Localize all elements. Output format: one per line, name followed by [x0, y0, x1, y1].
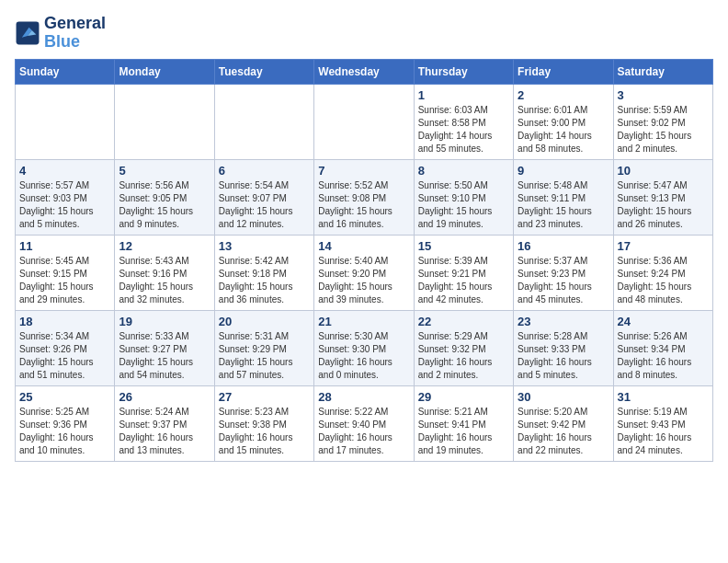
day-info: Sunrise: 5:20 AMSunset: 9:42 PMDaylight:… [518, 406, 609, 457]
day-number: 6 [219, 164, 310, 178]
day-info: Sunrise: 5:47 AMSunset: 9:13 PMDaylight:… [618, 179, 709, 231]
calendar-cell: 6Sunrise: 5:54 AMSunset: 9:07 PMDaylight… [214, 159, 313, 235]
day-number: 25 [19, 390, 110, 404]
calendar-cell: 1Sunrise: 6:03 AMSunset: 8:58 PMDaylight… [414, 84, 513, 159]
calendar-table: SundayMondayTuesdayWednesdayThursdayFrid… [15, 59, 713, 462]
calendar-cell: 14Sunrise: 5:40 AMSunset: 9:20 PMDayligh… [314, 235, 414, 310]
logo-text: General Blue [44, 15, 106, 52]
day-number: 26 [119, 390, 210, 404]
calendar-cell: 9Sunrise: 5:48 AMSunset: 9:11 PMDaylight… [514, 159, 613, 235]
day-info: Sunrise: 5:40 AMSunset: 9:20 PMDaylight:… [318, 255, 409, 306]
calendar-cell: 16Sunrise: 5:37 AMSunset: 9:23 PMDayligh… [514, 235, 613, 310]
day-number: 28 [318, 390, 409, 404]
calendar-cell: 30Sunrise: 5:20 AMSunset: 9:42 PMDayligh… [514, 385, 613, 461]
calendar-cell: 20Sunrise: 5:31 AMSunset: 9:29 PMDayligh… [214, 310, 313, 385]
day-info: Sunrise: 5:33 AMSunset: 9:27 PMDaylight:… [119, 330, 210, 382]
calendar-cell [16, 84, 115, 159]
day-number: 30 [518, 390, 609, 404]
calendar-cell: 26Sunrise: 5:24 AMSunset: 9:37 PMDayligh… [115, 385, 214, 461]
day-info: Sunrise: 5:56 AMSunset: 9:05 PMDaylight:… [119, 179, 210, 231]
day-number: 21 [318, 315, 409, 328]
calendar-cell: 13Sunrise: 5:42 AMSunset: 9:18 PMDayligh… [214, 235, 313, 310]
day-number: 29 [418, 390, 509, 404]
day-info: Sunrise: 5:29 AMSunset: 9:32 PMDaylight:… [418, 330, 509, 382]
day-number: 20 [219, 315, 310, 328]
day-info: Sunrise: 5:42 AMSunset: 9:18 PMDaylight:… [219, 255, 310, 306]
day-info: Sunrise: 5:39 AMSunset: 9:21 PMDaylight:… [418, 255, 509, 306]
calendar-cell: 22Sunrise: 5:29 AMSunset: 9:32 PMDayligh… [414, 310, 513, 385]
day-info: Sunrise: 5:26 AMSunset: 9:34 PMDaylight:… [618, 330, 709, 382]
day-number: 11 [19, 239, 110, 253]
calendar-cell: 5Sunrise: 5:56 AMSunset: 9:05 PMDaylight… [115, 159, 214, 235]
day-info: Sunrise: 5:34 AMSunset: 9:26 PMDaylight:… [19, 330, 110, 382]
calendar-header-row: SundayMondayTuesdayWednesdayThursdayFrid… [16, 59, 713, 84]
day-info: Sunrise: 5:50 AMSunset: 9:10 PMDaylight:… [418, 179, 509, 231]
day-number: 23 [518, 315, 609, 328]
day-number: 7 [318, 164, 409, 178]
day-number: 14 [318, 239, 409, 253]
calendar-cell: 12Sunrise: 5:43 AMSunset: 9:16 PMDayligh… [115, 235, 214, 310]
calendar-week-1: 1Sunrise: 6:03 AMSunset: 8:58 PMDaylight… [16, 84, 713, 159]
day-header-monday: Monday [115, 59, 214, 84]
calendar-cell: 2Sunrise: 6:01 AMSunset: 9:00 PMDaylight… [514, 84, 613, 159]
day-number: 4 [19, 164, 110, 178]
calendar-cell: 21Sunrise: 5:30 AMSunset: 9:30 PMDayligh… [314, 310, 414, 385]
day-info: Sunrise: 5:30 AMSunset: 9:30 PMDaylight:… [318, 330, 409, 382]
calendar-week-2: 4Sunrise: 5:57 AMSunset: 9:03 PMDaylight… [16, 159, 713, 235]
day-info: Sunrise: 5:43 AMSunset: 9:16 PMDaylight:… [119, 255, 210, 306]
calendar-cell: 25Sunrise: 5:25 AMSunset: 9:36 PMDayligh… [16, 385, 115, 461]
page-header: General Blue [15, 15, 713, 52]
logo-icon [15, 20, 40, 46]
day-header-wednesday: Wednesday [314, 59, 414, 84]
day-info: Sunrise: 5:37 AMSunset: 9:23 PMDaylight:… [518, 255, 609, 306]
day-header-tuesday: Tuesday [214, 59, 313, 84]
day-number: 17 [618, 239, 709, 253]
day-number: 10 [618, 164, 709, 178]
day-header-friday: Friday [514, 59, 613, 84]
day-number: 1 [418, 88, 509, 102]
day-info: Sunrise: 5:21 AMSunset: 9:41 PMDaylight:… [418, 406, 509, 457]
day-info: Sunrise: 5:48 AMSunset: 9:11 PMDaylight:… [518, 179, 609, 231]
calendar-cell: 27Sunrise: 5:23 AMSunset: 9:38 PMDayligh… [214, 385, 313, 461]
logo: General Blue [15, 15, 106, 52]
calendar-cell: 18Sunrise: 5:34 AMSunset: 9:26 PMDayligh… [16, 310, 115, 385]
calendar-week-5: 25Sunrise: 5:25 AMSunset: 9:36 PMDayligh… [16, 385, 713, 461]
day-info: Sunrise: 6:01 AMSunset: 9:00 PMDaylight:… [518, 104, 609, 155]
calendar-week-4: 18Sunrise: 5:34 AMSunset: 9:26 PMDayligh… [16, 310, 713, 385]
calendar-cell: 10Sunrise: 5:47 AMSunset: 9:13 PMDayligh… [613, 159, 712, 235]
calendar-cell: 8Sunrise: 5:50 AMSunset: 9:10 PMDaylight… [414, 159, 513, 235]
day-number: 24 [618, 315, 709, 328]
day-number: 13 [219, 239, 310, 253]
day-number: 16 [518, 239, 609, 253]
calendar-cell: 7Sunrise: 5:52 AMSunset: 9:08 PMDaylight… [314, 159, 414, 235]
calendar-cell: 24Sunrise: 5:26 AMSunset: 9:34 PMDayligh… [613, 310, 712, 385]
day-info: Sunrise: 5:19 AMSunset: 9:43 PMDaylight:… [618, 406, 709, 457]
calendar-cell: 4Sunrise: 5:57 AMSunset: 9:03 PMDaylight… [16, 159, 115, 235]
day-number: 12 [119, 239, 210, 253]
day-number: 5 [119, 164, 210, 178]
day-info: Sunrise: 5:23 AMSunset: 9:38 PMDaylight:… [219, 406, 310, 457]
day-number: 18 [19, 315, 110, 328]
calendar-cell: 29Sunrise: 5:21 AMSunset: 9:41 PMDayligh… [414, 385, 513, 461]
day-info: Sunrise: 6:03 AMSunset: 8:58 PMDaylight:… [418, 104, 509, 155]
day-info: Sunrise: 5:24 AMSunset: 9:37 PMDaylight:… [119, 406, 210, 457]
day-header-saturday: Saturday [613, 59, 712, 84]
day-number: 31 [618, 390, 709, 404]
day-info: Sunrise: 5:36 AMSunset: 9:24 PMDaylight:… [618, 255, 709, 306]
day-info: Sunrise: 5:59 AMSunset: 9:02 PMDaylight:… [618, 104, 709, 155]
day-number: 19 [119, 315, 210, 328]
day-info: Sunrise: 5:52 AMSunset: 9:08 PMDaylight:… [318, 179, 409, 231]
day-header-sunday: Sunday [16, 59, 115, 84]
calendar-week-3: 11Sunrise: 5:45 AMSunset: 9:15 PMDayligh… [16, 235, 713, 310]
calendar-cell: 28Sunrise: 5:22 AMSunset: 9:40 PMDayligh… [314, 385, 414, 461]
day-info: Sunrise: 5:45 AMSunset: 9:15 PMDaylight:… [19, 255, 110, 306]
day-number: 22 [418, 315, 509, 328]
day-info: Sunrise: 5:54 AMSunset: 9:07 PMDaylight:… [219, 179, 310, 231]
day-info: Sunrise: 5:28 AMSunset: 9:33 PMDaylight:… [518, 330, 609, 382]
calendar-cell: 3Sunrise: 5:59 AMSunset: 9:02 PMDaylight… [613, 84, 712, 159]
day-info: Sunrise: 5:31 AMSunset: 9:29 PMDaylight:… [219, 330, 310, 382]
calendar-cell: 19Sunrise: 5:33 AMSunset: 9:27 PMDayligh… [115, 310, 214, 385]
calendar-cell [314, 84, 414, 159]
day-info: Sunrise: 5:57 AMSunset: 9:03 PMDaylight:… [19, 179, 110, 231]
day-info: Sunrise: 5:22 AMSunset: 9:40 PMDaylight:… [318, 406, 409, 457]
